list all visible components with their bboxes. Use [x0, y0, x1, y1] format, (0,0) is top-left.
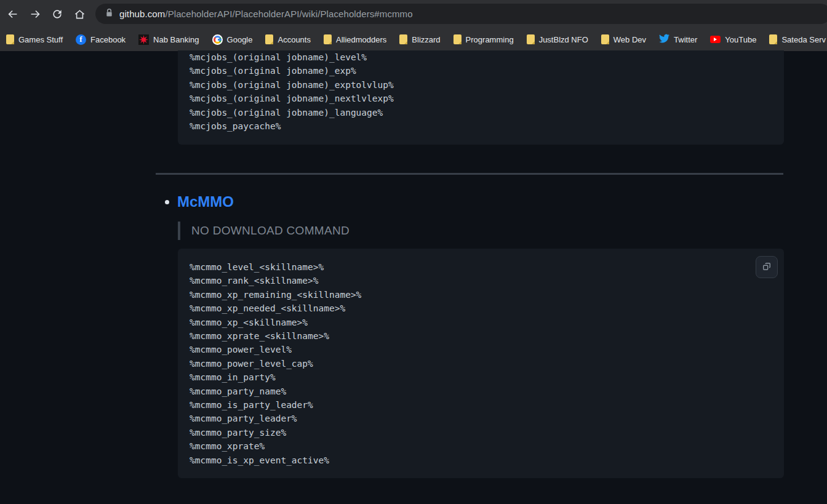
- mcmmo-heading-link[interactable]: McMMO: [177, 193, 234, 211]
- mcmmo-code-block: %mcmmo_level_<skillname>% %mcmmo_rank_<s…: [178, 249, 784, 478]
- folder-icon: [265, 34, 273, 44]
- browser-toolbar: github.com/PlaceholderAPI/PlaceholderAPI…: [0, 0, 827, 28]
- browser-window: github.com/PlaceholderAPI/PlaceholderAPI…: [0, 0, 827, 504]
- youtube-icon: [710, 36, 721, 43]
- no-download-note: NO DOWNLOAD COMMAND: [178, 222, 350, 240]
- google-icon: [212, 34, 223, 45]
- list-bullet: [165, 200, 169, 204]
- facebook-icon: f: [76, 34, 86, 45]
- section-divider: [156, 173, 783, 175]
- bookmark-youtube[interactable]: YouTube: [710, 31, 756, 47]
- folder-icon: [399, 34, 407, 44]
- bookmark-accounts[interactable]: Accounts: [265, 31, 310, 47]
- back-button[interactable]: [4, 6, 22, 23]
- home-button[interactable]: [71, 6, 88, 23]
- url-text: github.com/PlaceholderAPI/PlaceholderAPI…: [119, 9, 413, 19]
- forward-button[interactable]: [26, 6, 44, 23]
- nab-star-icon: [138, 34, 149, 45]
- mcmmo-code-text: %mcmmo_level_<skillname>% %mcmmo_rank_<s…: [178, 249, 784, 479]
- bookmark-web-dev[interactable]: Web Dev: [601, 31, 646, 47]
- bookmark-sateda-serv[interactable]: Sateda Serv: [769, 31, 826, 47]
- forward-icon: [28, 7, 42, 21]
- home-icon: [73, 8, 86, 21]
- no-download-note-text: NO DOWNLOAD COMMAND: [191, 224, 350, 238]
- lock-icon[interactable]: [105, 8, 113, 20]
- twitter-icon: [659, 34, 669, 46]
- bookmark-google[interactable]: Google: [212, 31, 253, 47]
- folder-icon: [6, 34, 14, 44]
- reload-icon: [51, 8, 63, 20]
- bookmark-programming[interactable]: Programming: [453, 31, 514, 47]
- copy-icon: [762, 262, 772, 273]
- address-bar[interactable]: github.com/PlaceholderAPI/PlaceholderAPI…: [95, 4, 827, 24]
- folder-icon: [601, 34, 609, 44]
- bookmark-games-stuff[interactable]: Games Stuff: [6, 31, 63, 47]
- bookmark-facebook[interactable]: fFacebook: [76, 31, 126, 47]
- bookmark-justblzd-nfo[interactable]: JustBlzd NFO: [527, 31, 588, 47]
- folder-icon: [527, 34, 535, 44]
- bookmarks-bar: Games Stuff fFacebook Nab Banking Google…: [0, 28, 827, 51]
- bookmark-alliedmodders[interactable]: Alliedmodders: [324, 31, 386, 47]
- bookmark-nab-banking[interactable]: Nab Banking: [138, 31, 199, 47]
- bookmark-blizzard[interactable]: Blizzard: [399, 31, 440, 47]
- folder-icon: [324, 34, 332, 44]
- folder-icon: [769, 34, 777, 44]
- url-domain: github.com: [119, 9, 165, 19]
- mcjobs-code-block: %mcjobs_(original jobname)_level% %mcjob…: [178, 50, 784, 145]
- wiki-page-content: %mcjobs_(original jobname)_level% %mcjob…: [0, 51, 827, 504]
- back-icon: [6, 7, 20, 21]
- reload-button[interactable]: [49, 6, 66, 23]
- copy-button[interactable]: [756, 256, 778, 278]
- folder-icon: [453, 34, 461, 44]
- bookmark-twitter[interactable]: Twitter: [659, 31, 697, 47]
- url-path: /PlaceholderAPI/PlaceholderAPI/wiki/Plac…: [165, 9, 412, 19]
